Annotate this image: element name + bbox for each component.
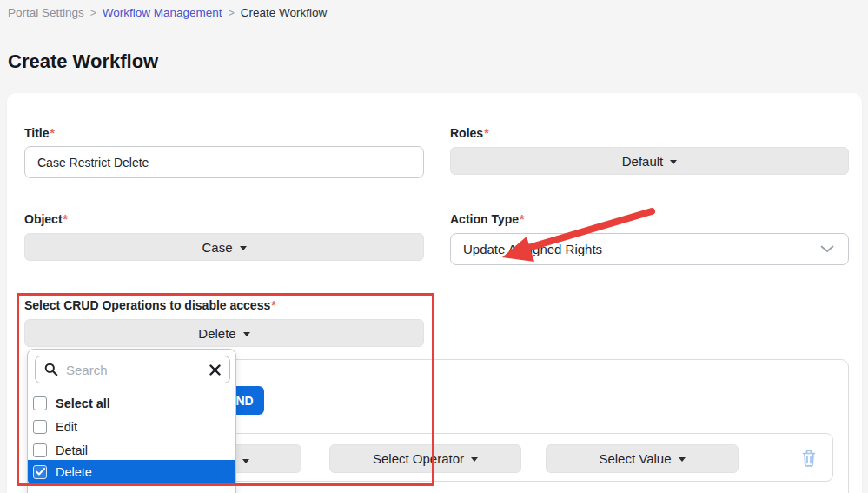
breadcrumb-separator: > — [229, 7, 235, 19]
checkbox-unchecked-icon[interactable] — [33, 443, 47, 457]
crud-dropdown-value: Delete — [198, 326, 235, 341]
object-label-text: Object — [24, 212, 63, 226]
object-dropdown-button[interactable]: Case — [24, 233, 424, 261]
caret-down-icon — [471, 457, 478, 462]
breadcrumb-portal-settings[interactable]: Portal Settings — [8, 6, 84, 19]
search-icon — [44, 363, 58, 376]
dropdown-search-input[interactable] — [66, 363, 202, 377]
caret-down-icon — [240, 246, 247, 250]
breadcrumb-create-workflow: Create Workflow — [241, 6, 328, 19]
option-label: Edit — [56, 420, 77, 434]
value-dropdown-value: Select Value — [599, 451, 671, 466]
option-label: Delete — [56, 465, 92, 479]
breadcrumb-workflow-management[interactable]: Workflow Management — [103, 6, 222, 19]
crud-dropdown-button[interactable]: Delete — [24, 319, 424, 347]
delete-row-button[interactable] — [799, 449, 818, 468]
title-label: Title* — [24, 126, 55, 140]
required-asterisk: * — [271, 298, 275, 312]
checkbox-checked-icon[interactable] — [33, 465, 47, 479]
close-icon[interactable] — [209, 364, 221, 376]
action-type-label-text: Action Type — [450, 212, 519, 226]
dropdown-search-box — [35, 356, 230, 383]
checkbox-unchecked-icon[interactable] — [33, 396, 47, 410]
option-detail[interactable]: Detail — [28, 438, 235, 462]
caret-down-icon — [242, 459, 249, 463]
caret-down-icon — [670, 160, 677, 164]
roles-label: Roles* — [450, 126, 489, 140]
page-title: Create Workflow — [8, 50, 158, 73]
caret-down-icon — [679, 457, 686, 462]
action-type-value: Update Assigned Rights — [463, 242, 602, 256]
option-edit[interactable]: Edit — [28, 415, 235, 438]
roles-label-text: Roles — [450, 126, 483, 140]
action-type-select[interactable]: Update Assigned Rights — [450, 233, 849, 265]
option-label: Select all — [56, 396, 110, 410]
chevron-down-icon — [820, 245, 834, 253]
required-asterisk: * — [520, 212, 524, 226]
title-input[interactable] — [24, 146, 424, 178]
crud-dropdown-menu: Select all Edit Detail Delete — [27, 349, 236, 493]
action-type-label: Action Type* — [450, 212, 525, 226]
breadcrumb: Portal Settings > Workflow Management > … — [8, 6, 327, 19]
required-asterisk: * — [63, 212, 68, 226]
roles-dropdown-value: Default — [622, 154, 664, 169]
object-dropdown-value: Case — [202, 240, 232, 255]
option-select-all[interactable]: Select all — [28, 391, 235, 415]
required-asterisk: * — [484, 126, 488, 140]
trash-icon — [800, 449, 818, 468]
value-dropdown-button[interactable]: Select Value — [546, 444, 739, 473]
required-asterisk: * — [50, 126, 55, 140]
roles-dropdown-button[interactable]: Default — [450, 147, 849, 175]
operator-dropdown-button[interactable]: Select Operator — [329, 444, 521, 473]
breadcrumb-separator: > — [90, 7, 96, 19]
option-label: Detail — [56, 443, 88, 457]
checkbox-unchecked-icon[interactable] — [33, 420, 47, 434]
object-label: Object* — [24, 212, 68, 226]
crud-label: Select CRUD Operations to disable access… — [24, 298, 276, 312]
operator-dropdown-value: Select Operator — [373, 451, 464, 466]
caret-down-icon — [243, 332, 250, 336]
title-label-text: Title — [24, 126, 50, 140]
option-delete[interactable]: Delete — [28, 460, 235, 483]
crud-label-text: Select CRUD Operations to disable access — [24, 298, 270, 312]
